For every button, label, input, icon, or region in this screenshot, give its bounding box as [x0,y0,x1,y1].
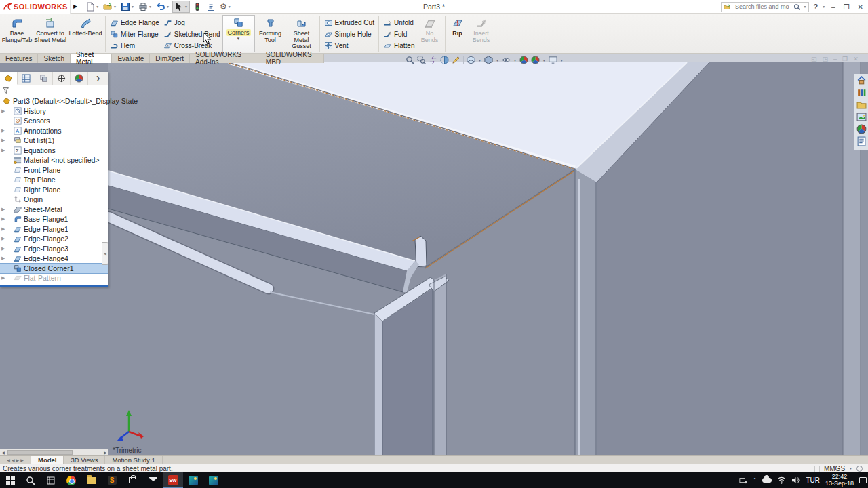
expand-arrow-icon[interactable]: ▶ [1,108,5,114]
chevron-down-icon[interactable]: ▼ [849,466,852,470]
forming-tool-button[interactable]: Forming Tool [255,15,286,52]
tree-item-flat-pattern[interactable]: ▶Flat-Pattern [0,273,108,283]
chevron-down-icon[interactable]: ▼ [131,5,134,9]
design-library-icon[interactable] [856,87,867,98]
tree-root-part3[interactable]: Part3 (Default<<Default>_Display State [0,96,108,106]
chevron-down-icon[interactable]: ▼ [149,5,152,9]
zoom-to-fit-icon[interactable] [406,56,414,64]
save-button[interactable]: ▼ [119,1,136,13]
panel-collapse-handle[interactable]: ◀ [102,242,108,265]
lofted-bend-button[interactable]: Lofted-Bend [68,15,103,52]
hem-button[interactable]: Hem [108,40,161,52]
tab-solidworks-mbd[interactable]: SOLIDWORKS MBD [260,54,324,63]
chevron-down-icon[interactable]: ▼ [560,58,564,62]
chevron-down-icon[interactable]: ▼ [513,58,517,62]
chevron-down-icon[interactable]: ▼ [478,58,481,62]
media-app-icon[interactable] [183,472,203,488]
fold-button[interactable]: Fold [381,28,417,40]
edit-appearance-icon[interactable] [519,56,528,64]
doc-close-icon[interactable]: ✕ [853,56,859,62]
start-button[interactable] [0,472,20,488]
chrome-app-icon[interactable] [61,472,81,488]
expand-arrow-icon[interactable]: ▶ [1,256,5,261]
help-button[interactable]: ? [813,3,818,11]
language-indicator[interactable]: TUR [806,476,820,484]
minimize-button[interactable]: – [829,3,837,11]
chevron-down-icon[interactable]: ▼ [542,58,546,62]
options-button[interactable]: ⚙▼ [218,1,233,13]
configurationmanager-tab[interactable] [35,72,53,85]
chevron-down-icon[interactable]: ▼ [184,5,188,9]
flatten-button[interactable]: Flatten [381,40,417,52]
model-3d-view[interactable] [0,54,868,455]
chevron-down-icon[interactable]: ▼ [228,5,231,9]
expand-arrow-icon[interactable]: ▶ [1,236,5,241]
rebuild-button[interactable] [191,1,203,13]
tree-item-sheet-metal[interactable]: ▶Sheet-Metal [0,205,108,215]
displaymanager-tab[interactable] [71,72,88,85]
tab-sketch[interactable]: Sketch [38,54,71,63]
section-view-icon[interactable] [440,56,449,64]
previous-view-icon[interactable] [429,56,437,64]
zoom-to-area-icon[interactable] [417,56,426,64]
status-circle-icon[interactable] [856,466,863,472]
tree-item-annotations[interactable]: ▶Annotations [0,126,108,136]
view-palette-icon[interactable] [856,112,867,122]
expand-arrow-icon[interactable]: ▶ [1,128,5,134]
print-button[interactable]: ▼ [137,1,153,13]
simple-hole-button[interactable]: Simple Hole [322,28,376,40]
doc-minimize-icon[interactable]: – [833,56,837,62]
file-explorer-app-icon[interactable] [81,472,102,488]
tree-item-edge-flange3[interactable]: ▶Edge-Flange3 [0,244,108,254]
remote-session-icon[interactable] [739,476,747,485]
chevron-down-icon[interactable]: ▼ [96,5,99,9]
chevron-down-icon[interactable]: ▼ [166,5,170,9]
tray-expand-icon[interactable]: ⌃ [753,477,757,483]
action-center-icon[interactable] [859,477,867,483]
tree-item-edge-flange2[interactable]: ▶Edge-Flange2 [0,234,108,244]
expand-arrow-icon[interactable]: ▶ [1,207,5,212]
dimxpertmanager-tab[interactable] [53,72,71,85]
speaker-icon[interactable] [791,476,800,484]
onedrive-cloud-icon[interactable] [762,478,772,483]
solidworks-app-icon[interactable]: SW [163,472,183,488]
search-box[interactable]: ▼ [721,2,809,12]
tree-item-origin[interactable]: Origin [0,195,108,205]
tab-motion-study-1[interactable]: Motion Study 1 [105,456,162,464]
expand-arrow-icon[interactable]: ▶ [1,226,5,232]
tab-evaluate[interactable]: Evaluate [112,54,150,63]
vent-button[interactable]: Vent [322,40,376,52]
close-button[interactable]: ✕ [856,3,865,11]
view-orientation-icon[interactable] [467,56,475,64]
tree-item-base-flange1[interactable]: ▶Base-Flange1 [0,214,108,224]
taskbar-clock[interactable]: 22:42 13-Sep-18 [825,474,854,487]
solidworks-resources-icon[interactable] [856,75,867,85]
tab-scroll-buttons[interactable]: ◀◀▶▶ [0,456,31,464]
search-input[interactable] [734,3,791,11]
propertymanager-tab[interactable] [18,72,35,85]
apply-scene-icon[interactable] [531,56,540,64]
tree-item-history[interactable]: ▶History [0,106,108,117]
manager-tabs-overflow[interactable]: ❯ [88,72,108,85]
undo-button[interactable]: ▼ [155,1,171,13]
open-button[interactable]: ▼ [102,1,118,13]
cross-break-button[interactable]: Cross-Break [161,40,222,52]
appearances-icon[interactable] [856,124,867,134]
sheet-metal-gusset-button[interactable]: Sheet Metal Gusset [286,15,317,52]
tree-item-edge-flange1[interactable]: ▶Edge-Flange1 [0,224,108,235]
extruded-cut-button[interactable]: Extruded Cut [322,17,376,28]
file-explorer-icon[interactable] [856,100,867,110]
wifi-icon[interactable] [777,476,786,484]
rip-button[interactable]: Rip [448,15,468,52]
store-app-icon[interactable] [122,472,142,488]
units-selector[interactable]: MMGS [824,465,845,472]
tree-item-equations[interactable]: ▶Equations [0,146,108,156]
convert-to-sheet-metal-button[interactable]: Convert to Sheet Metal [33,15,68,52]
tree-item-sensors[interactable]: Sensors [0,116,108,126]
taskbar-search-button[interactable] [20,472,41,488]
mail-app-icon[interactable] [142,472,163,488]
tab-dimxpert[interactable]: DimXpert [150,54,190,63]
tree-item-top-plane[interactable]: Top Plane [0,175,108,185]
scrollbar-thumb[interactable] [7,450,73,455]
tree-item-right-plane[interactable]: Right Plane [0,185,108,195]
